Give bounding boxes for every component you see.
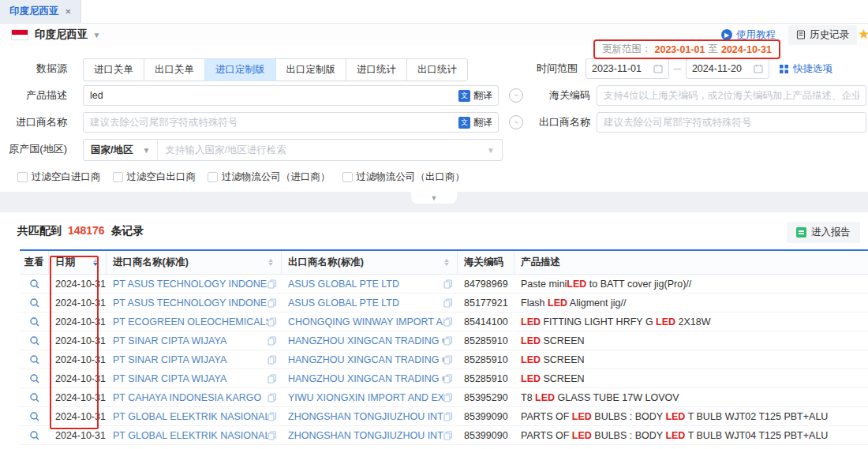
importer-link[interactable]: PT GLOBAL ELEKTRIK NASIONAL xyxy=(107,430,282,441)
view-record-button[interactable] xyxy=(20,335,49,346)
checkbox-过滤空白出口商[interactable]: 过滤空白出口商 xyxy=(113,170,196,184)
view-magnifier-icon[interactable] xyxy=(29,411,40,422)
hscode-input[interactable] xyxy=(597,85,866,106)
view-magnifier-icon[interactable] xyxy=(29,316,40,327)
copy-icon[interactable] xyxy=(443,336,453,346)
country-selector[interactable]: 印度尼西亚 xyxy=(35,28,88,42)
source-tab-出口定制版[interactable]: 出口定制版 xyxy=(275,58,347,81)
sort-icon[interactable] xyxy=(93,259,101,266)
view-record-button[interactable] xyxy=(20,354,49,365)
exporter-link[interactable]: HANGZHOU XINGCAN TRADING CO LTD xyxy=(282,335,458,346)
translate-button[interactable]: 文 翻译 xyxy=(458,89,492,103)
importer-link[interactable]: PT ASUS TECHNOLOGY INDONESIA BA... xyxy=(107,279,282,290)
exporter-link[interactable]: CHONGQING WINWAY IMPORT AND E... xyxy=(282,316,458,327)
sort-icon[interactable] xyxy=(444,259,452,266)
importer-link[interactable]: PT ASUS TECHNOLOGY INDONESIA BA... xyxy=(107,297,282,309)
origin-combobox[interactable]: 国家/地区 ▼ 支持输入国家/地区进行检索 ▼ xyxy=(83,139,503,161)
view-magnifier-icon[interactable] xyxy=(29,430,40,441)
view-record-button[interactable] xyxy=(20,373,49,384)
exporter-link[interactable]: ZHONGSHAN TONGJIUZHOU INTERNA... xyxy=(282,411,458,422)
date-end-input[interactable]: 2024-11-20 xyxy=(686,58,769,79)
product-desc-cell: LED FITTING LIGHT HRFY G LED 2X18W xyxy=(514,316,868,327)
copy-icon[interactable] xyxy=(443,298,453,308)
translate-button[interactable]: 文 翻译 xyxy=(458,116,492,129)
copy-icon[interactable] xyxy=(443,317,453,327)
importer-link[interactable]: PT SINAR CIPTA WIJAYA xyxy=(107,373,282,384)
column-header-出口商名称(标准)[interactable]: 出口商名称(标准) xyxy=(282,251,458,274)
copy-icon[interactable] xyxy=(443,374,453,384)
view-record-button[interactable] xyxy=(20,392,49,403)
quick-options-button[interactable]: 快捷选项 xyxy=(779,62,832,76)
checkbox-icon[interactable] xyxy=(208,172,218,182)
history-button[interactable]: 历史记录 xyxy=(788,25,857,45)
copy-icon[interactable] xyxy=(268,431,277,440)
column-header-日期[interactable]: 日期 xyxy=(49,251,107,274)
source-tab-进口定制版[interactable]: 进口定制版 xyxy=(204,58,276,81)
product-desc-input[interactable] xyxy=(83,85,499,106)
close-icon[interactable]: × xyxy=(65,6,72,17)
collapse-panel-button[interactable]: ▼ xyxy=(411,192,457,204)
copy-icon[interactable] xyxy=(268,412,277,421)
exporter-link[interactable]: ASUS GLOBAL PTE LTD xyxy=(282,297,458,309)
source-tab-进口统计[interactable]: 进口统计 xyxy=(346,58,407,81)
view-record-button[interactable] xyxy=(20,316,49,327)
view-magnifier-icon[interactable] xyxy=(29,392,40,403)
checkbox-icon[interactable] xyxy=(17,172,28,182)
table-row: 2024-10-31PT SINAR CIPTA WIJAYAHANGZHOU … xyxy=(20,369,868,388)
copy-icon[interactable] xyxy=(443,431,453,440)
importer-input[interactable] xyxy=(83,112,499,133)
checkbox-过滤物流公司（进口商）[interactable]: 过滤物流公司（进口商） xyxy=(208,170,331,184)
view-record-button[interactable] xyxy=(20,430,49,441)
match-mode-icon[interactable]: ~ xyxy=(509,88,523,103)
exporter-link[interactable]: ZHONGSHAN TONGJIUZHOU INTERNA... xyxy=(282,430,458,441)
copy-icon[interactable] xyxy=(268,355,277,365)
copy-icon[interactable] xyxy=(268,393,277,402)
copy-icon[interactable] xyxy=(443,412,453,421)
view-record-button[interactable] xyxy=(20,279,49,290)
copy-icon[interactable] xyxy=(268,374,277,384)
copy-icon[interactable] xyxy=(443,279,453,289)
view-magnifier-icon[interactable] xyxy=(29,335,40,346)
copy-icon[interactable] xyxy=(268,298,277,308)
checkbox-icon[interactable] xyxy=(342,172,353,182)
importer-link[interactable]: PT ECOGREEN OLEOCHEMICALS xyxy=(107,316,282,327)
column-header-进口商名称(标准)[interactable]: 进口商名称(标准) xyxy=(107,251,282,274)
view-magnifier-icon[interactable] xyxy=(29,297,40,309)
enter-report-button[interactable]: 进入报告 xyxy=(787,222,860,243)
view-record-button[interactable] xyxy=(20,297,49,309)
sort-icon[interactable] xyxy=(268,259,276,266)
importer-link[interactable]: PT SINAR CIPTA WIJAYA xyxy=(107,335,282,346)
exporter-link[interactable]: ASUS GLOBAL PTE LTD xyxy=(282,279,458,290)
view-magnifier-icon[interactable] xyxy=(29,373,40,384)
origin-type-select[interactable]: 国家/地区 ▼ xyxy=(84,140,158,160)
copy-icon[interactable] xyxy=(268,279,277,289)
history-icon xyxy=(796,30,806,39)
exporter-input[interactable] xyxy=(597,112,866,133)
match-mode-icon[interactable]: ~ xyxy=(509,115,523,129)
checkbox-过滤空白进口商[interactable]: 过滤空白进口商 xyxy=(17,170,101,184)
view-magnifier-icon[interactable] xyxy=(29,279,40,290)
grid-icon xyxy=(779,64,789,74)
exporter-link[interactable]: HANGZHOU XINGCAN TRADING CO LTD xyxy=(282,373,458,384)
copy-icon[interactable] xyxy=(443,393,453,402)
copy-icon[interactable] xyxy=(268,336,277,346)
favorite-star-icon[interactable]: ★ xyxy=(858,26,868,43)
checkbox-icon[interactable] xyxy=(113,172,123,182)
checkbox-过滤物流公司（出口商）[interactable]: 过滤物流公司（出口商） xyxy=(342,170,466,184)
chevron-down-icon[interactable]: ▼ xyxy=(93,31,101,39)
date-start-input[interactable]: 2023-11-01 xyxy=(586,58,669,79)
hscode-cell: 85285910 xyxy=(458,335,514,346)
importer-link[interactable]: PT SINAR CIPTA WIJAYA xyxy=(107,354,282,365)
source-tab-出口统计[interactable]: 出口统计 xyxy=(406,58,468,81)
source-tab-出口关单[interactable]: 出口关单 xyxy=(144,58,205,81)
exporter-link[interactable]: YIWU XIONGXIN IMPORT AND EXPORT... xyxy=(282,392,458,403)
importer-link[interactable]: PT CAHAYA INDONESIA KARGO xyxy=(107,392,282,403)
view-magnifier-icon[interactable] xyxy=(29,354,40,365)
source-tab-进口关单[interactable]: 进口关单 xyxy=(83,58,144,81)
exporter-link[interactable]: HANGZHOU XINGCAN TRADING CO LTD xyxy=(282,354,458,365)
copy-icon[interactable] xyxy=(443,355,453,365)
copy-icon[interactable] xyxy=(268,317,277,327)
importer-link[interactable]: PT GLOBAL ELEKTRIK NASIONAL xyxy=(107,411,282,422)
tab-indonesia[interactable]: 印度尼西亚 × xyxy=(0,0,81,23)
view-record-button[interactable] xyxy=(20,411,49,422)
